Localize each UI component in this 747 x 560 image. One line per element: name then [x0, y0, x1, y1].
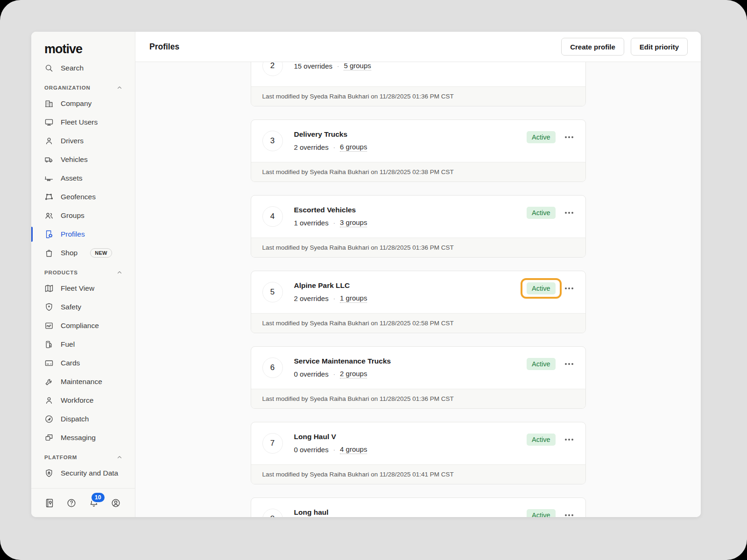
groups-count[interactable]: 5 groups	[344, 62, 371, 70]
priority-number: 2	[262, 62, 283, 76]
profile-card: 7 Long Haul V 0 overrides · 4 groups Act…	[251, 422, 586, 484]
ellipsis-menu-icon[interactable]	[564, 512, 574, 517]
directory-icon	[44, 498, 55, 508]
profile-name: Long Haul V	[294, 433, 367, 441]
map-icon	[44, 284, 54, 293]
ellipsis-menu-icon[interactable]	[564, 437, 574, 442]
chevron-up-icon	[116, 269, 123, 276]
dispatch-icon	[44, 414, 54, 424]
account-icon	[111, 498, 121, 508]
resources-button[interactable]	[44, 498, 55, 508]
ellipsis-menu-icon[interactable]	[564, 286, 574, 291]
last-modified-text: Last modified by Syeda Raiha Bukhari on …	[251, 86, 585, 106]
create-profile-button[interactable]: Create profile	[561, 38, 624, 56]
sidebar-item-label: Company	[61, 99, 92, 108]
groups-count[interactable]: 4 groups	[340, 445, 367, 454]
priority-number: 4	[262, 206, 283, 227]
people-icon	[44, 211, 54, 220]
shield-icon	[44, 302, 54, 312]
sidebar-item-label: Maintenance	[61, 378, 102, 386]
sidebar-item-dispatch[interactable]: Dispatch	[31, 410, 135, 428]
sidebar-item-label: Dispatch	[61, 415, 89, 423]
sidebar-item-maintenance[interactable]: Maintenance	[31, 372, 135, 391]
section-platform[interactable]: PLATFORM	[31, 447, 135, 464]
sidebar-item-messaging[interactable]: Messaging	[31, 428, 135, 447]
sidebar-item-drivers[interactable]: Drivers	[31, 132, 135, 150]
profiles-list: 2 15 overrides · 5 groups Last modified …	[135, 62, 701, 517]
trailer-icon	[44, 174, 54, 183]
overrides-count: 0 overrides	[294, 370, 329, 378]
overrides-count: 2 overrides	[294, 294, 329, 302]
screenshot-frame: motive Search ORGANIZATION Company Fleet…	[0, 0, 747, 560]
notifications-button[interactable]: 10	[89, 498, 99, 508]
sidebar-item-label: Compliance	[61, 322, 99, 330]
ellipsis-menu-icon[interactable]	[564, 134, 574, 140]
credit-card-icon	[44, 358, 54, 368]
groups-count[interactable]: 1 groups	[340, 294, 367, 303]
new-badge: NEW	[90, 248, 112, 258]
profile-card: 8 Long haul 0 overrides · 3 groups Activ…	[251, 497, 586, 517]
sidebar-footer: 10	[31, 488, 135, 517]
sidebar-item-label: Assets	[61, 174, 83, 182]
sidebar-item-fleet-view[interactable]: Fleet View	[31, 279, 135, 298]
ellipsis-menu-icon[interactable]	[564, 361, 574, 367]
sidebar-item-vehicles[interactable]: Vehicles	[31, 150, 135, 169]
sidebar-item-cards[interactable]: Cards	[31, 354, 135, 372]
account-button[interactable]	[111, 498, 121, 508]
ellipsis-menu-icon[interactable]	[564, 210, 574, 216]
help-button[interactable]	[66, 498, 77, 508]
last-modified-text: Last modified by Syeda Raiha Bukhari on …	[251, 464, 585, 484]
profile-card: 6 Service Maintenance Trucks 0 overrides…	[251, 346, 586, 409]
search-button[interactable]: Search	[31, 59, 135, 77]
sidebar-item-fleet-users[interactable]: Fleet Users	[31, 113, 135, 132]
priority-number: 3	[262, 131, 283, 151]
sidebar-item-geofences[interactable]: Geofences	[31, 188, 135, 206]
sidebar-item-workforce[interactable]: Workforce	[31, 391, 135, 410]
overrides-count: 15 overrides	[294, 62, 333, 70]
priority-number: 6	[262, 357, 283, 378]
truck-icon	[44, 155, 54, 164]
profile-card: 2 15 overrides · 5 groups Last modified …	[251, 62, 586, 106]
groups-count[interactable]: 2 groups	[340, 370, 367, 378]
edit-priority-button[interactable]: Edit priority	[631, 38, 688, 56]
sidebar-item-label: Geofences	[61, 193, 96, 201]
overrides-count: 0 overrides	[294, 446, 329, 454]
sidebar-item-assets[interactable]: Assets	[31, 169, 135, 188]
profile-card: 5 Alpine Park LLC 2 overrides · 1 groups	[251, 271, 586, 333]
groups-count[interactable]: 6 groups	[340, 143, 367, 152]
sidebar-item-profiles[interactable]: Profiles	[31, 225, 135, 244]
last-modified-text: Last modified by Syeda Raiha Bukhari on …	[251, 389, 585, 408]
priority-number: 8	[262, 509, 283, 517]
section-organization[interactable]: ORGANIZATION	[31, 77, 135, 94]
highlight-ring: Active	[521, 278, 562, 299]
fuel-pump-icon	[44, 340, 54, 349]
sidebar-item-label: Fleet Users	[61, 118, 98, 126]
profile-name: Alpine Park LLC	[294, 281, 367, 290]
chevron-up-icon	[116, 84, 123, 91]
sidebar-item-compliance[interactable]: Compliance	[31, 316, 135, 335]
sidebar-item-safety[interactable]: Safety	[31, 298, 135, 316]
page-header: Profiles Create profile Edit priority	[135, 32, 701, 62]
sidebar-item-label: Messaging	[61, 434, 96, 442]
sidebar-item-fuel[interactable]: Fuel	[31, 335, 135, 354]
status-badge: Active	[527, 434, 556, 446]
meta-separator: ·	[333, 144, 335, 151]
status-badge: Active	[527, 282, 556, 294]
geofence-icon	[44, 192, 54, 202]
groups-count[interactable]: 3 groups	[340, 218, 367, 227]
sidebar-item-security-and-data[interactable]: Security and Data	[31, 464, 135, 483]
sidebar-item-company[interactable]: Company	[31, 94, 135, 113]
section-label: ORGANIZATION	[44, 85, 91, 91]
main-area: Profiles Create profile Edit priority 2 …	[135, 32, 701, 517]
sidebar-item-groups[interactable]: Groups	[31, 206, 135, 225]
meta-separator: ·	[333, 295, 335, 302]
sidebar-item-label: Drivers	[61, 137, 84, 145]
sidebar-item-label: Security and Data	[61, 469, 118, 477]
sidebar-item-shop[interactable]: Shop NEW	[31, 244, 135, 262]
sidebar-item-label: Vehicles	[61, 155, 88, 164]
section-products[interactable]: PRODUCTS	[31, 262, 135, 279]
sidebar-item-label: Fleet View	[61, 284, 94, 293]
status-badge: Active	[527, 131, 556, 143]
person-icon	[44, 136, 54, 146]
overrides-count: 2 overrides	[294, 143, 329, 151]
